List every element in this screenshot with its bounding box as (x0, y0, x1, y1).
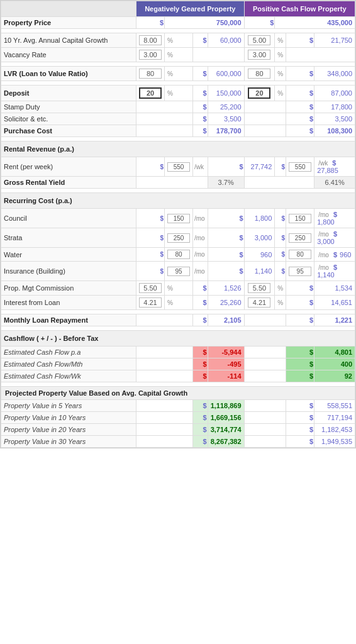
neg-deposit-input[interactable]: 20 (136, 86, 165, 101)
neg-lvr-input[interactable]: 80 (136, 67, 165, 81)
row-cashflow-mth: Estimated Cash Flow/Mth $ -495 $ 400 (1, 358, 355, 370)
pos-insurance-input[interactable]: 95 (286, 262, 314, 281)
row-lvr: LVR (Loan to Value Ratio) 80 % $ 600,000… (1, 67, 355, 81)
pos-interest-input[interactable]: 4.21 (244, 296, 275, 310)
label-value-20yr: Property Value in 20 Years (1, 424, 136, 436)
row-capital-growth: 10 Yr. Avg. Annual Capital Growth 8.00 %… (1, 33, 355, 48)
pos-insurance-unit: /mo (317, 264, 329, 271)
label-cashflow: Cashflow ( + / - ) - Before Tax (1, 331, 355, 347)
neg-cashflow-wk: -114 (208, 370, 244, 382)
row-vacancy-rate: Vacancy Rate 3.00 % 3.00 % (1, 48, 355, 62)
row-deposit: Deposit 20 % $ 150,000 20 % $ 87,000 (1, 86, 355, 101)
neg-prop-mgt-value: 5.50 (139, 283, 162, 293)
neg-cap-growth-value: 8.00 (139, 35, 162, 45)
label-lvr: LVR (Loan to Value Ratio) (1, 67, 136, 81)
row-property-price: Property Price $ 750,000 $ 435,000 (1, 17, 355, 29)
pos-value-30yr: 1,949,535 (314, 436, 355, 448)
pos-rent-input[interactable]: 550 (286, 157, 314, 177)
label-capital-growth: 10 Yr. Avg. Annual Capital Growth (1, 33, 136, 48)
pos-prop-mgt-input[interactable]: 5.50 (244, 281, 275, 296)
neg-deposit-pct: % (165, 86, 193, 101)
row-value-20yr: Property Value in 20 Years $ 3,714,774 $… (1, 424, 355, 436)
pos-value-20yr: 1,182,453 (314, 424, 355, 436)
label-value-30yr: Property Value in 30 Years (1, 436, 136, 448)
neg-rent-input[interactable]: 550 (165, 157, 193, 177)
neg-purchase-cost: 178,700 (208, 125, 244, 137)
pos-vacancy-input[interactable]: 3.00 (244, 48, 275, 62)
label-insurance: Insurance (Building) (1, 262, 136, 281)
pos-prop-mgt-amount: 1,534 (314, 281, 355, 296)
row-solicitor: Solicitor & etc. $ 3,500 $ 3,500 (1, 113, 355, 125)
row-rental-header: Rental Revenue (p.a.) (1, 142, 355, 157)
pos-water-input[interactable]: 80 (286, 248, 314, 262)
pos-deposit-value: 20 (248, 87, 270, 99)
label-purchase-cost: Purchase Cost (1, 125, 136, 137)
neg-value-30yr: 8,267,382 (208, 436, 244, 448)
pos-prop-mgt-value: 5.50 (248, 283, 270, 293)
row-recurring-header: Recurring Cost (p.a.) (1, 193, 355, 209)
neg-insurance-unit: /mo (193, 262, 208, 281)
row-monthly-loan: Monthly Loan Repayment $ 2,105 $ 1,221 (1, 314, 355, 326)
neg-council-amount: 1,800 (244, 209, 275, 228)
neg-prop-mgt-input[interactable]: 5.50 (136, 281, 165, 296)
row-interest: Interest from Loan 4.21 % $ 25,260 4.21 … (1, 296, 355, 310)
pos-water-amount: 960 (340, 251, 351, 258)
pos-capital-growth-pct-input[interactable]: 5.00 (244, 33, 275, 48)
pos-insurance-value: 95 (289, 267, 311, 276)
row-cashflow-pa: Estimated Cash Flow p.a $ -5,944 $ 4,801 (1, 347, 355, 358)
neg-vacancy-input[interactable]: 3.00 (136, 48, 165, 62)
neg-rent-amount: 27,742 (244, 157, 275, 177)
row-insurance: Insurance (Building) $ 95 /mo $ 1,140 $ … (1, 262, 355, 281)
neg-value-5yr: 1,118,869 (208, 400, 244, 412)
label-interest: Interest from Loan (1, 296, 136, 310)
label-water: Water (1, 248, 136, 262)
neg-interest-value: 4.21 (139, 297, 162, 308)
spacer-4 (1, 137, 355, 142)
neg-rent-value: 550 (167, 162, 190, 172)
neg-insurance-value: 95 (167, 267, 190, 276)
pos-council-input[interactable]: 150 (286, 209, 314, 228)
pos-value-5yr: 558,551 (314, 400, 355, 412)
neg-rent-unit: /wk (193, 157, 208, 177)
neg-council-value: 150 (167, 214, 190, 223)
pos-strata-input[interactable]: 250 (286, 228, 314, 248)
pos-deposit-pct: % (275, 86, 286, 101)
neg-interest-input[interactable]: 4.21 (136, 296, 165, 310)
neg-insurance-input[interactable]: 95 (165, 262, 193, 281)
label-stamp-duty: Stamp Duty (1, 101, 136, 113)
neg-water-input[interactable]: 80 (165, 248, 193, 262)
row-cashflow-wk: Estimated Cash Flow/Wk $ -114 $ 92 (1, 370, 355, 382)
pos-water-unit: /mo (317, 252, 329, 258)
spacer-7 (1, 326, 355, 331)
neg-cap-growth-amount: 60,000 (208, 33, 244, 48)
neg-council-input[interactable]: 150 (165, 209, 193, 228)
pos-vacancy-pct: % (275, 48, 286, 62)
pos-water-value: 80 (289, 250, 311, 259)
pos-strata-unit: /mo (317, 231, 329, 238)
label-property-price: Property Price (1, 17, 136, 29)
row-cashflow-header: Cashflow ( + / - ) - Before Tax (1, 331, 355, 347)
label-recurring: Recurring Cost (p.a.) (1, 193, 355, 209)
row-council: Council $ 150 /mo $ 1,800 $ 150 /mo $ 1,… (1, 209, 355, 228)
neg-strata-value: 250 (167, 233, 190, 243)
neg-value-20yr: 3,714,774 (208, 424, 244, 436)
label-deposit: Deposit (1, 86, 136, 101)
pos-deposit-input[interactable]: 20 (244, 86, 275, 101)
neg-capital-growth-pct-input[interactable]: 8.00 (136, 33, 165, 48)
neg-vacancy-pct: % (165, 48, 193, 62)
pos-monthly-loan: 1,221 (314, 314, 355, 326)
pos-stamp-duty: 17,800 (314, 101, 355, 113)
pos-lvr-input[interactable]: 80 (244, 67, 275, 81)
neg-strata-input[interactable]: 250 (165, 228, 193, 248)
row-water: Water $ 80 /mo $ 960 $ 80 /mo $ 960 (1, 248, 355, 262)
neg-strata-unit: /mo (193, 228, 208, 248)
neg-vacancy-value: 3.00 (139, 50, 162, 60)
row-projected-header: Projected Property Value Based on Avg. C… (1, 387, 355, 400)
row-prop-mgt: Prop. Mgt Commission 5.50 % $ 1,526 5.50… (1, 281, 355, 296)
pos-lvr-amount: 348,000 (314, 67, 355, 81)
neg-monthly-loan: 2,105 (208, 314, 244, 326)
pos-value-10yr: 717,194 (314, 412, 355, 424)
neg-gross-yield: 3.7% (208, 177, 244, 189)
spacer-3 (1, 81, 355, 86)
label-rent: Rent (per week) (1, 157, 136, 177)
